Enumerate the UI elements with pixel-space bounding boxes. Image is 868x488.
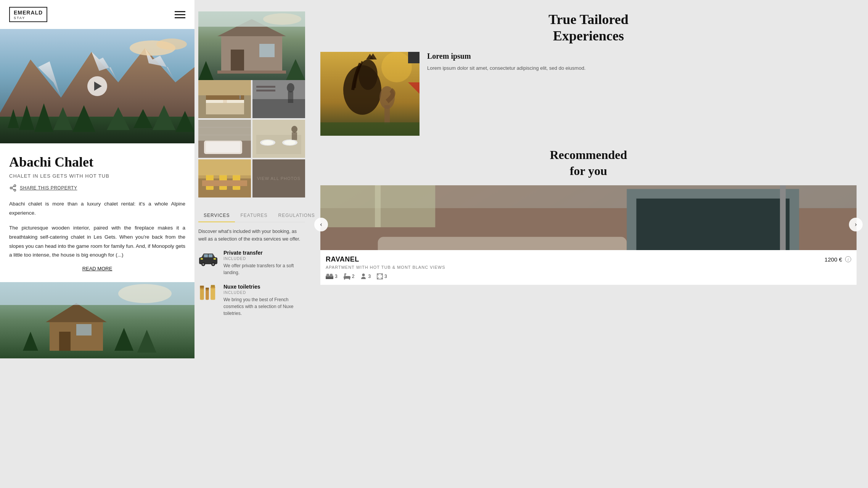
photo-grid: VIEW ALL PHOTOS: [198, 11, 305, 199]
persons-count: 3: [368, 274, 371, 279]
property-subtitle: CHALET IN LES GETS WITH HOT TUB: [9, 173, 185, 179]
bedroom-photo: [198, 80, 251, 118]
svg-rect-26: [76, 324, 92, 336]
svg-rect-79: [202, 180, 247, 186]
baths-count: 2: [352, 274, 355, 279]
svg-point-6: [156, 39, 187, 50]
svg-rect-108: [384, 105, 390, 124]
card-image-svg: [320, 185, 857, 250]
svg-point-102: [381, 52, 412, 82]
right-panel: True Tailored Experiences: [309, 0, 868, 488]
card-name-row: RAVANEL 1200 € i: [326, 255, 851, 263]
service-transfer: Private transfer INCLUDED We offer priva…: [198, 250, 305, 276]
photo-row-1: [198, 80, 305, 118]
logo: EMERALDSTAY: [9, 7, 47, 22]
mobile-header: EMERALDSTAY: [0, 0, 194, 29]
toiletry-name: Nuxe toiletries: [223, 284, 305, 290]
share-row: SHARE THIS PROPERTY: [9, 184, 185, 192]
read-more-button[interactable]: READ MORE: [9, 266, 185, 271]
svg-point-19: [14, 189, 16, 191]
svg-point-71: [284, 140, 296, 145]
svg-rect-134: [344, 274, 346, 277]
price-info-icon[interactable]: i: [845, 256, 851, 262]
property-title: Abachi Chalet: [9, 154, 185, 170]
view-all-photos-button[interactable]: VIEW ALL PHOTOS: [252, 159, 305, 197]
service-toiletries: Nuxe toiletries INCLUDED We bring you th…: [198, 284, 305, 317]
description-para-2: The picturesque wooden interior, paired …: [9, 223, 185, 260]
svg-rect-95: [206, 290, 209, 300]
svg-rect-80: [198, 159, 251, 175]
svg-rect-48: [206, 95, 244, 100]
tab-services[interactable]: SERVICES: [198, 210, 235, 222]
experience-description: Lorem ipsum dolor sit amet, consectetur …: [427, 64, 857, 72]
tab-regulations[interactable]: REGULATIONS: [273, 210, 320, 222]
tab-features[interactable]: FEATURES: [235, 210, 273, 222]
tab-description: Discover what's included with your booki…: [198, 228, 305, 243]
toiletry-icon: [198, 284, 218, 303]
transfer-icon-box: [198, 250, 218, 270]
play-button[interactable]: [87, 76, 107, 96]
svg-rect-94: [200, 286, 204, 287]
svg-rect-133: [349, 279, 350, 279]
toiletry-icon-box: [198, 284, 218, 303]
svg-rect-91: [201, 258, 203, 260]
dining-svg: [198, 159, 251, 197]
exterior-svg: [0, 282, 194, 358]
svg-rect-73: [292, 132, 297, 140]
logo-text: EMERALD: [14, 10, 43, 16]
svg-rect-51: [198, 80, 251, 95]
tabs-bar: SERVICES FEATURES REGULATIONS: [198, 210, 305, 222]
share-icon: [9, 184, 17, 192]
amenity-beds: 3: [326, 273, 338, 279]
svg-marker-83: [201, 254, 215, 257]
svg-point-17: [14, 185, 16, 187]
left-panel: EMERALDSTAY: [0, 0, 194, 488]
svg-rect-125: [780, 185, 786, 250]
svg-rect-135: [344, 273, 346, 274]
main-photo-svg: [198, 11, 305, 80]
view-all-bg: [252, 159, 305, 197]
kitchen-svg: [252, 80, 305, 118]
svg-point-41: [263, 13, 301, 25]
carousel: ‹: [320, 185, 857, 285]
svg-rect-53: [252, 99, 305, 118]
kitchen-photo: [252, 80, 305, 118]
dining-photo: [198, 159, 251, 197]
corner-accent: [408, 52, 420, 63]
svg-rect-63: [198, 120, 251, 141]
svg-rect-90: [214, 258, 216, 260]
card-info: RAVANEL 1200 € i APARTMENT WITH HOT TUB …: [320, 250, 857, 285]
svg-rect-129: [326, 274, 329, 276]
photo-row-3: VIEW ALL PHOTOS: [198, 159, 305, 197]
bed-icon: [326, 273, 333, 279]
transfer-info: Private transfer INCLUDED We offer priva…: [223, 250, 305, 276]
experience-content: Lorem ipsum Lorem ipsum dolor sit amet, …: [320, 52, 857, 136]
svg-line-21: [12, 186, 14, 187]
svg-point-31: [118, 284, 172, 303]
svg-point-55: [287, 83, 294, 92]
carousel-next-button[interactable]: ›: [849, 218, 863, 231]
bathroom-photo: [198, 120, 251, 158]
svg-rect-97: [206, 287, 209, 289]
svg-rect-89: [209, 254, 212, 257]
page-wrapper: EMERALDSTAY: [0, 0, 868, 488]
svg-point-85: [203, 263, 204, 265]
card-price: 1200 €: [825, 256, 842, 263]
share-property-button[interactable]: SHARE THIS PROPERTY: [20, 185, 77, 191]
transfer-badge: INCLUDED: [223, 257, 305, 261]
main-property-photo: [198, 11, 305, 80]
person-icon: [360, 273, 366, 279]
amenity-persons: 3: [360, 273, 371, 279]
svg-rect-98: [211, 287, 215, 300]
experience-image: [320, 52, 420, 136]
card-amenities: 3 2: [326, 273, 851, 279]
car-icon: [198, 253, 218, 266]
svg-rect-35: [231, 50, 244, 72]
carousel-prev-button[interactable]: ‹: [314, 218, 328, 231]
exterior-thumbnail: [0, 282, 194, 358]
hamburger-menu[interactable]: [175, 11, 185, 18]
svg-rect-116: [378, 237, 627, 250]
hero-image: [0, 29, 194, 143]
svg-rect-92: [200, 288, 204, 300]
svg-rect-62: [206, 142, 240, 152]
